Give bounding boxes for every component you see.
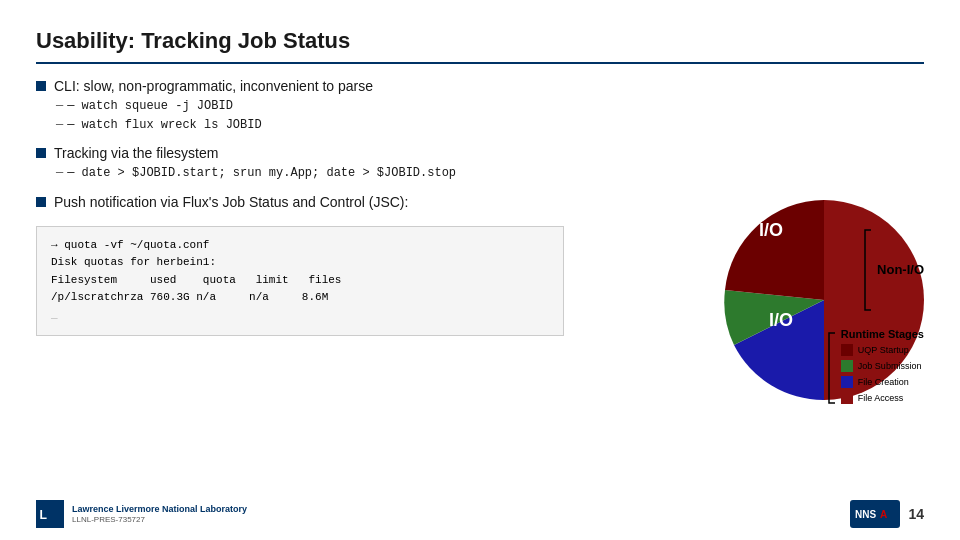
legend-color-file-access: [841, 392, 853, 404]
chart-panel: I/O I/O Non-I/O Runtime Stages: [584, 220, 924, 336]
bullet-icon-3: [36, 197, 46, 207]
slide: Usability: Tracking Job Status CLI: slow…: [0, 0, 960, 540]
legend-file-creation: File Creation: [841, 376, 924, 388]
terminal-line-4: /p/lscratchrza 760.3G n/a n/a 8.6M: [51, 289, 549, 307]
segment-uqp-startup: [725, 200, 824, 300]
non-io-bracket: [857, 225, 873, 315]
io-label-top: I/O: [759, 220, 783, 241]
legend-color-uqp: [841, 344, 853, 356]
terminal-line-5: _: [51, 307, 549, 325]
non-io-label: Non-I/O: [877, 262, 924, 277]
terminal-line-2: Disk quotas for herbein1:: [51, 254, 549, 272]
svg-text:A: A: [880, 509, 887, 520]
nsa-logo: NNS A: [850, 500, 900, 528]
legend-file-access: File Access: [841, 392, 924, 404]
svg-text:L: L: [40, 508, 48, 522]
svg-text:NNS: NNS: [855, 509, 876, 520]
terminal-box: → quota -vf ~/quota.conf Disk quotas for…: [36, 226, 564, 336]
footer-left: L Lawrence Livermore National Laboratory…: [36, 500, 247, 528]
bullet-sub-2: —— date > $JOBID.start; srun my.App; dat…: [56, 164, 924, 183]
bullet-main-2: Tracking via the filesystem: [36, 145, 924, 161]
bullet-icon-2: [36, 148, 46, 158]
runtime-stages-label: Runtime Stages: [841, 328, 924, 340]
runtime-section: Runtime Stages UQP Startup Job Submissio…: [821, 328, 924, 408]
legend-color-job: [841, 360, 853, 372]
bullet-main-1: CLI: slow, non-programmatic, inconvenien…: [36, 78, 924, 94]
page-number: 14: [908, 506, 924, 522]
io-label-bottom: I/O: [769, 310, 793, 331]
non-io-section: Non-I/O: [857, 225, 924, 315]
runtime-bracket: [821, 328, 837, 408]
bullet-icon-1: [36, 81, 46, 91]
slide-title: Usability: Tracking Job Status: [36, 28, 924, 54]
bullet-section-1: CLI: slow, non-programmatic, inconvenien…: [36, 78, 924, 135]
legend-color-file-creation: [841, 376, 853, 388]
llnl-name: Lawrence Livermore National Laboratory: [72, 504, 247, 516]
chart-legend: UQP Startup Job Submission File Creation: [841, 344, 924, 404]
terminal-line-1: → quota -vf ~/quota.conf: [51, 237, 549, 255]
footer: L Lawrence Livermore National Laboratory…: [0, 500, 960, 528]
llnl-logo-icon: L: [36, 500, 64, 528]
legend-job-submission: Job Submission: [841, 360, 924, 372]
terminal-line-3: Filesystem used quota limit files: [51, 272, 549, 290]
bullet-sub-1: —— watch squeue -j JOBID —— watch flux w…: [56, 97, 924, 135]
legend-uqp-startup: UQP Startup: [841, 344, 924, 356]
content-row: → quota -vf ~/quota.conf Disk quotas for…: [36, 220, 924, 336]
title-divider: [36, 62, 924, 64]
bullet-section-2: Tracking via the filesystem —— date > $J…: [36, 145, 924, 183]
llnl-sub: LLNL-PRES-735727: [72, 515, 247, 524]
footer-right: NNS A 14: [850, 500, 924, 528]
terminal-panel: → quota -vf ~/quota.conf Disk quotas for…: [36, 220, 564, 336]
